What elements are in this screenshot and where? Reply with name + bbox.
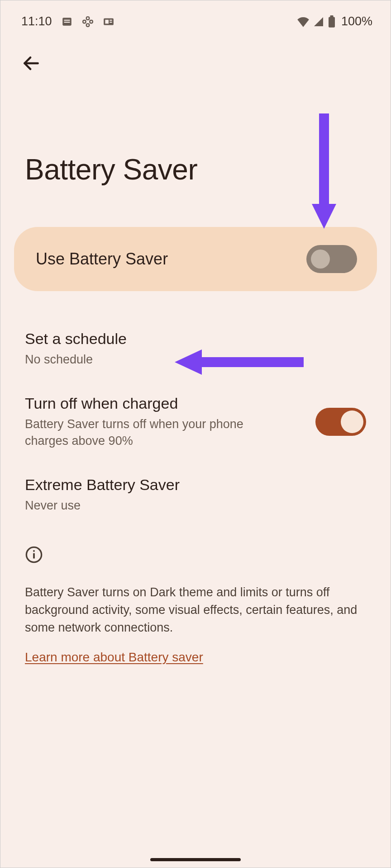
turn-off-charged-toggle[interactable] <box>315 408 366 436</box>
news-icon <box>103 16 114 28</box>
svg-rect-1 <box>64 19 70 20</box>
use-battery-saver-label: Use Battery Saver <box>36 250 168 269</box>
status-right: 100% <box>297 14 372 28</box>
app-bar <box>0 34 391 76</box>
status-battery-text: 100% <box>341 14 372 28</box>
set-schedule-sub: No schedule <box>25 351 366 368</box>
set-schedule-text: Set a schedule No schedule <box>25 330 366 368</box>
status-time: 11:10 <box>21 14 52 28</box>
svg-rect-4 <box>105 19 109 24</box>
turn-off-charged-item[interactable]: Turn off when charged Battery Saver turn… <box>25 381 366 462</box>
svg-rect-7 <box>329 17 335 27</box>
message-icon <box>61 16 73 28</box>
info-icon <box>25 557 43 565</box>
page-title: Battery Saver <box>0 76 391 227</box>
toggle-thumb <box>341 410 363 433</box>
set-schedule-title: Set a schedule <box>25 330 366 348</box>
turn-off-charged-title: Turn off when charged <box>25 395 302 412</box>
status-bar: 11:10 100% <box>0 0 391 34</box>
extreme-battery-text: Extreme Battery Saver Never use <box>25 476 366 514</box>
svg-rect-6 <box>110 22 112 23</box>
svg-point-12 <box>33 550 35 552</box>
battery-icon <box>328 15 336 28</box>
extreme-battery-title: Extreme Battery Saver <box>25 476 366 494</box>
use-battery-saver-toggle[interactable] <box>306 245 357 273</box>
svg-rect-2 <box>64 22 70 23</box>
set-schedule-item[interactable]: Set a schedule No schedule <box>25 316 366 381</box>
extreme-battery-sub: Never use <box>25 497 366 514</box>
turn-off-charged-text: Turn off when charged Battery Saver turn… <box>25 395 302 449</box>
learn-more-link[interactable]: Learn more about Battery saver <box>25 650 203 665</box>
settings-list: Set a schedule No schedule Turn off when… <box>0 291 391 528</box>
toggle-thumb <box>311 250 330 269</box>
pinwheel-icon <box>82 16 94 28</box>
arrow-left-icon <box>21 53 41 73</box>
turn-off-charged-sub: Battery Saver turns off when your phone … <box>25 416 260 449</box>
use-battery-saver-card[interactable]: Use Battery Saver <box>14 227 377 291</box>
info-icon-row <box>25 546 366 566</box>
back-button[interactable] <box>19 51 44 76</box>
wifi-icon <box>297 16 310 27</box>
navigation-handle[interactable] <box>150 858 241 861</box>
info-text: Battery Saver turns on Dark theme and li… <box>25 584 366 637</box>
status-left: 11:10 <box>21 14 114 28</box>
info-section: Battery Saver turns on Dark theme and li… <box>0 528 391 665</box>
svg-rect-5 <box>110 19 112 20</box>
svg-rect-8 <box>330 15 333 18</box>
signal-icon <box>313 16 324 27</box>
extreme-battery-item[interactable]: Extreme Battery Saver Never use <box>25 462 366 527</box>
